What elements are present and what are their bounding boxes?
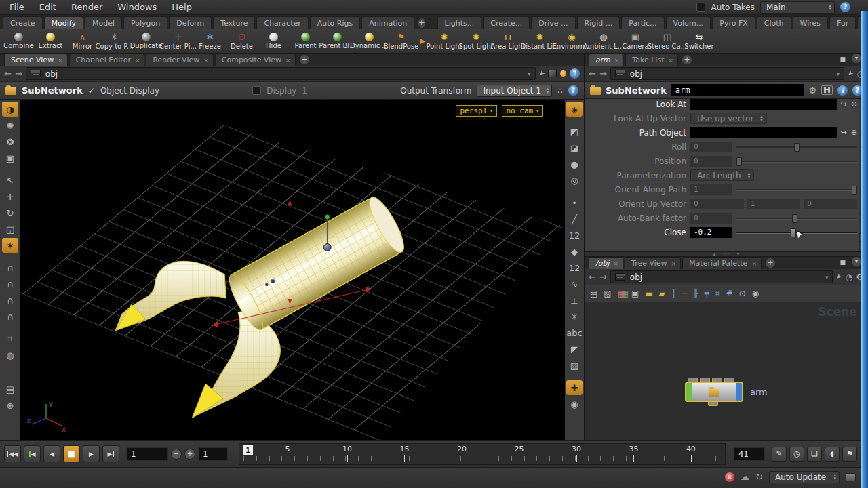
look-at-up-vector-select[interactable]: Use up vector [690, 113, 767, 124]
close-tab-icon[interactable] [135, 57, 140, 64]
tool-ambient-light[interactable]: ◍ Ambient L... [587, 32, 619, 50]
node-chooser-icon[interactable] [841, 128, 847, 137]
orient-up-z-field[interactable]: 0 [804, 199, 857, 209]
play-button[interactable]: ▶ [83, 445, 100, 462]
nav-forward-icon[interactable] [599, 272, 607, 282]
tab-tree-view[interactable]: Tree View [625, 257, 681, 269]
shelf-tab-pyro-fx[interactable]: Pyro FX [712, 16, 755, 29]
nav-forward-icon[interactable] [599, 68, 607, 79]
node-display-flag[interactable] [686, 383, 692, 401]
menu-edit[interactable]: Edit [39, 2, 56, 12]
close-tab-icon[interactable] [671, 260, 677, 267]
shelf-tab-lights[interactable]: Lights... [437, 16, 482, 29]
network-canvas[interactable]: Scene arm [585, 302, 868, 440]
pane-menu-icon[interactable] [852, 54, 861, 63]
position-field[interactable]: 0 [690, 156, 732, 167]
tool-freeze[interactable]: ❄ Freeze [194, 32, 226, 50]
nav-forward-icon[interactable] [15, 68, 22, 79]
align-left-icon[interactable]: ╟ [693, 289, 698, 298]
step-back-button[interactable]: ◀ [43, 445, 60, 462]
tool-copy-to-points[interactable]: ✳ Copy to P... [98, 32, 130, 50]
shelf-tab-character[interactable]: Character [256, 16, 308, 29]
zoom-icon[interactable]: ⊙ [739, 289, 746, 298]
help-icon[interactable] [840, 2, 850, 12]
frame-ruler[interactable]: 1 510152025303540 [239, 443, 726, 465]
decrement-button[interactable]: − [171, 449, 182, 460]
axes-display-icon[interactable]: ✳ [566, 309, 583, 324]
dynamics-mode-icon[interactable]: ❂ [2, 134, 18, 149]
shelf-overflow-arrow-icon[interactable]: ▶ [420, 37, 425, 45]
shelf-tab-create[interactable]: Create [3, 16, 43, 29]
look-at-field[interactable] [690, 99, 837, 110]
tool-blendpose[interactable]: ⚑ BlendPose [385, 32, 417, 50]
shelf-tab-wires[interactable]: Wires [793, 16, 828, 29]
input-object-spinner[interactable] [547, 87, 549, 94]
shelf-tab-cloth[interactable]: Cloth [757, 16, 791, 29]
view-options-icon[interactable]: ◎ [566, 173, 583, 188]
text-overlay-icon[interactable]: abc [566, 325, 583, 340]
node-link-icon[interactable] [557, 86, 563, 96]
shelf-tab-polygon[interactable]: Polygon [123, 16, 167, 29]
snap-to-grid-icon[interactable]: ⌗ [715, 289, 720, 298]
viewport[interactable]: persp1 no cam y x z [20, 100, 565, 440]
parms-dialog-icon[interactable]: ▧ [604, 289, 611, 298]
tab-scene-view[interactable]: Scene View [4, 54, 68, 66]
menu-help[interactable]: Help [172, 2, 192, 12]
tab-arm[interactable]: arm [589, 54, 624, 66]
view-all-icon[interactable]: ◉ [752, 289, 759, 298]
shelf-tab-drive[interactable]: Drive ... [531, 16, 575, 29]
display-checkbox[interactable] [252, 86, 261, 95]
menu-render[interactable]: Render [71, 2, 102, 12]
shaded-display-icon[interactable]: ● [566, 157, 583, 171]
world-space-icon[interactable]: ⊕ [2, 398, 18, 413]
animation-options-icon[interactable]: ✎ [772, 447, 787, 462]
shelf-tab-texture[interactable]: Texture [213, 16, 255, 29]
nav-back-icon[interactable] [4, 68, 12, 79]
viewport-canvas[interactable] [20, 100, 565, 440]
pane-menu-icon[interactable] [852, 257, 861, 266]
error-badge-icon[interactable]: ✕ [725, 472, 734, 482]
close-tab-icon[interactable] [58, 57, 63, 64]
keyframe-flag-icon[interactable]: ⚑ [842, 447, 857, 462]
node-inputs[interactable] [688, 378, 734, 382]
display-value[interactable]: 1 [302, 86, 307, 96]
gear-icon[interactable] [808, 85, 816, 96]
eye-view-icon[interactable]: ◉ [566, 396, 583, 411]
orient-along-path-slider[interactable] [736, 184, 857, 195]
help-icon[interactable] [568, 85, 578, 96]
prims-display-icon[interactable]: ◆ [566, 244, 583, 259]
prev-keyframe-button[interactable]: ◀ [24, 445, 41, 462]
end-frame-field[interactable]: 41 [734, 447, 765, 461]
nav-back-icon[interactable] [589, 272, 596, 282]
shelf-tab-auto-rigs[interactable]: Auto Rigs [310, 16, 360, 29]
auto-takes-checkbox[interactable] [696, 3, 705, 12]
stop-button[interactable]: ■ [63, 445, 80, 462]
shelf-tab-volumes[interactable]: Volum... [666, 16, 711, 29]
tool-mirror[interactable]: ∧ Mirror [66, 32, 98, 50]
vertex-markers-icon[interactable]: ⊥ [566, 293, 583, 308]
reference-image-icon[interactable]: ◍ [2, 348, 18, 363]
grid-display-icon[interactable]: ✚ [566, 380, 583, 395]
close-tab-icon[interactable] [751, 260, 757, 267]
close-tab-icon[interactable] [613, 260, 618, 267]
orient-up-x-field[interactable]: 0 [690, 199, 744, 209]
snap-multi-icon[interactable]: ∩ [2, 260, 18, 275]
shelf-tab-animation[interactable]: Animation [361, 16, 414, 29]
close-tab-icon[interactable] [668, 57, 673, 64]
tool-area-light[interactable]: ⊓ Area Light [492, 32, 524, 50]
shelf-tab-rigid[interactable]: Rigid ... [577, 16, 620, 29]
shelf-tab-create-2[interactable]: Create... [483, 16, 530, 29]
shelf-tab-modify[interactable]: Modify [44, 16, 83, 29]
node-output[interactable] [708, 402, 718, 406]
auto-bank-factor-field[interactable]: 0 [690, 213, 732, 224]
add-pane-tab-icon[interactable] [682, 55, 692, 64]
range-start-field[interactable]: 1 [126, 447, 168, 461]
scene-path-field[interactable]: obj [26, 67, 536, 80]
tool-center-pivot[interactable]: ✛ Center Pi... [162, 32, 194, 50]
tab-channel-editor[interactable]: Channel Editor [69, 54, 145, 66]
close-tab-icon[interactable] [614, 57, 620, 64]
quickmarks-icon[interactable]: ▤ [2, 382, 18, 396]
link-badge-icon[interactable] [560, 70, 566, 77]
list-mode-icon[interactable]: ▤ [590, 289, 597, 298]
menu-file[interactable]: File [9, 2, 24, 12]
